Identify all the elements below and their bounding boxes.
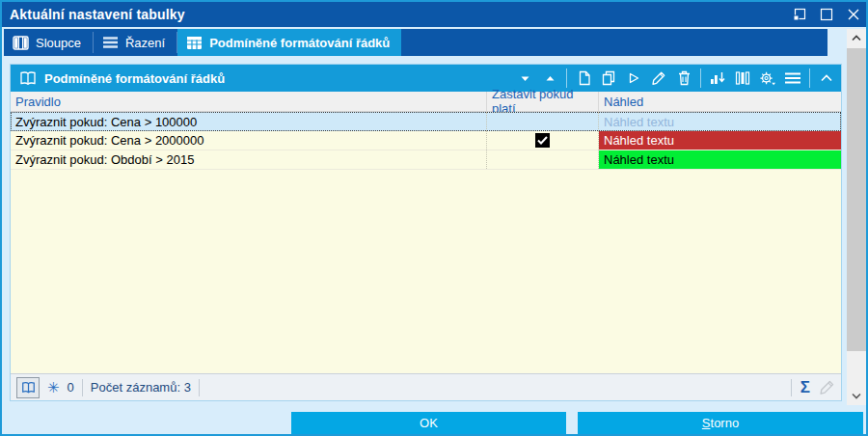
- panel-title: Podmíněné formátování řádků: [44, 71, 516, 86]
- rule-cell: Zvýraznit pokud: Období > 2015: [11, 150, 487, 169]
- preview-cell: Náhled textu: [599, 131, 841, 150]
- table-row[interactable]: Zvýraznit pokud: Cena > 100000 Náhled te…: [11, 112, 841, 131]
- rule-cell: Zvýraznit pokud: Cena > 2000000: [11, 131, 487, 150]
- status-separator: [199, 379, 200, 396]
- scroll-up-icon[interactable]: [847, 29, 866, 47]
- dialog-window: Aktuální nastavení tabulky Sloupce Řazen…: [0, 0, 868, 436]
- toolbar-separator: [700, 68, 701, 88]
- tab-podminene-formatovani[interactable]: Podmíněné formátování řádků: [177, 29, 401, 56]
- duplicate-rule-icon[interactable]: [600, 69, 617, 87]
- column-header-nahled[interactable]: Náhled: [599, 92, 841, 111]
- panel-toolbar: [516, 68, 835, 88]
- snowflake-count: 0: [68, 380, 74, 395]
- open-book-icon: [18, 70, 38, 87]
- edit-pencil-disabled-icon[interactable]: [819, 379, 835, 395]
- apply-rule-icon[interactable]: [625, 69, 642, 87]
- table-row[interactable]: Zvýraznit pokud: Období > 2015 Náhled te…: [11, 150, 841, 170]
- edit-rule-icon[interactable]: [650, 69, 667, 87]
- format-columns-icon[interactable]: [734, 69, 751, 87]
- menu-lines-icon[interactable]: [784, 69, 801, 87]
- toolbar-separator: [566, 68, 567, 88]
- tabstrip: Sloupce Řazení Podmíněné formátování řád…: [4, 29, 827, 56]
- caret-down-icon[interactable]: [516, 69, 533, 87]
- toolbar-separator: [809, 68, 810, 88]
- tab-label: Řazení: [125, 36, 165, 50]
- book-view-button[interactable]: [16, 377, 40, 398]
- record-count-label: Počet záznamů: 3: [91, 380, 191, 395]
- panel-statusbar: ✳ 0 Počet záznamů: 3 Σ: [11, 373, 841, 400]
- delete-rule-icon[interactable]: [675, 69, 692, 87]
- vertical-scrollbar[interactable]: [847, 29, 866, 405]
- stop-cell: [487, 112, 599, 131]
- tab-label: Sloupce: [36, 36, 81, 50]
- snowflake-icon: ✳: [47, 380, 60, 395]
- close-icon[interactable]: [845, 6, 862, 23]
- preview-cell: Náhled textu: [599, 112, 841, 131]
- cancel-button[interactable]: Storno: [578, 412, 863, 434]
- preview-cell: Náhled textu: [599, 150, 841, 169]
- table-icon: [186, 36, 203, 50]
- column-header-pravidlo[interactable]: Pravidlo: [11, 92, 487, 111]
- settings-gear-icon[interactable]: [759, 69, 776, 87]
- open-book-icon: [20, 381, 37, 395]
- collapse-chevron-icon[interactable]: [818, 69, 835, 87]
- titlebar: Aktuální nastavení tabulky: [2, 2, 866, 27]
- sort-lines-icon: [102, 36, 119, 49]
- scrollbar-thumb[interactable]: [847, 48, 866, 351]
- conditional-formatting-panel: Podmíněné formátování řádků: [10, 64, 842, 401]
- status-separator: [82, 379, 83, 396]
- caret-up-icon[interactable]: [541, 69, 558, 87]
- panel-header: Podmíněné formátování řádků: [11, 65, 841, 92]
- restore-icon[interactable]: [791, 6, 808, 23]
- stop-checkbox-checked[interactable]: [535, 133, 550, 148]
- sum-sigma-button[interactable]: Σ: [800, 379, 810, 395]
- stop-cell: [487, 131, 599, 150]
- column-header-zastavit[interactable]: Zastavit pokud platí: [487, 92, 599, 111]
- rule-cell: Zvýraznit pokud: Cena > 100000: [11, 112, 487, 131]
- tab-label: Podmíněné formátování řádků: [209, 36, 390, 50]
- ok-button[interactable]: OK: [291, 412, 566, 434]
- table-row[interactable]: Zvýraznit pokud: Cena > 2000000 Náhled t…: [11, 131, 841, 150]
- grid-empty-area: [11, 170, 841, 373]
- status-separator: [791, 379, 792, 396]
- scroll-down-icon[interactable]: [847, 387, 866, 405]
- status-right-tools: Σ: [791, 374, 835, 400]
- window-controls: [791, 2, 862, 27]
- tab-razeni[interactable]: Řazení: [94, 29, 176, 56]
- new-rule-icon[interactable]: [575, 69, 592, 87]
- columns-icon: [13, 36, 29, 50]
- tab-sloupce[interactable]: Sloupce: [4, 29, 93, 56]
- stop-cell: [487, 150, 599, 169]
- format-values-icon[interactable]: [709, 69, 726, 87]
- grid-header-row: Pravidlo Zastavit pokud platí Náhled: [11, 92, 841, 112]
- maximize-icon[interactable]: [818, 6, 835, 23]
- window-title: Aktuální nastavení tabulky: [10, 7, 185, 22]
